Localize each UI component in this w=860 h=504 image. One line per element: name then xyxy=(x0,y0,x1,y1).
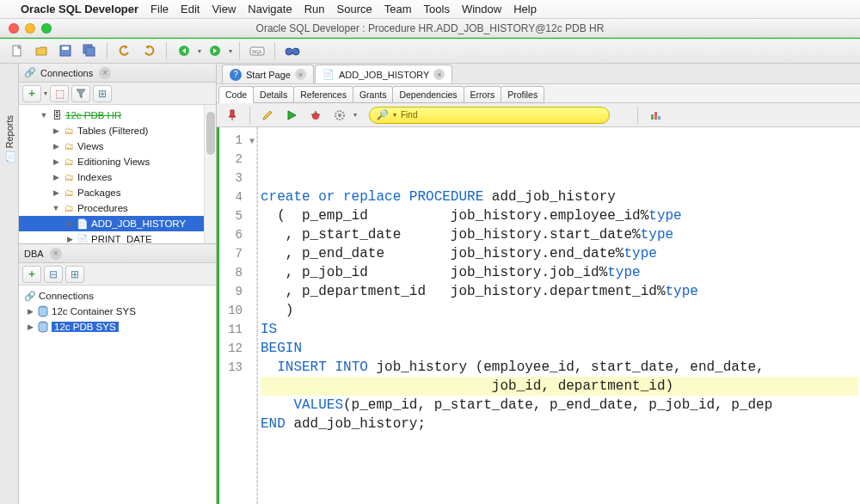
scrollbar[interactable] xyxy=(204,105,216,243)
tree-row[interactable]: ▶📄ADD_JOB_HISTORY xyxy=(19,216,216,231)
subtab-grants[interactable]: Grants xyxy=(353,86,394,103)
menu-help[interactable]: Help xyxy=(513,3,537,15)
code-line[interactable]: END add_job_history; xyxy=(261,415,858,433)
tree-row[interactable]: ▶🗂Indexes xyxy=(19,169,216,185)
close-icon[interactable]: × xyxy=(295,69,306,80)
tree-row[interactable]: ▶🗂Views xyxy=(19,138,216,154)
menu-run[interactable]: Run xyxy=(304,3,325,15)
menu-window[interactable]: Window xyxy=(462,3,501,15)
zoom-window-button[interactable] xyxy=(41,23,52,34)
tree-row[interactable]: ▶📄PRINT_DATE xyxy=(19,231,216,243)
subtab-dependencies[interactable]: Dependencies xyxy=(392,86,464,103)
code-line[interactable]: ( p_emp_id job_history.employee_id%type xyxy=(261,206,858,225)
connections-panel-header[interactable]: 🔗 Connections × xyxy=(19,64,216,83)
pin-icon[interactable] xyxy=(222,106,243,125)
code-line[interactable]: INSERT INTO job_history (employee_id, st… xyxy=(261,358,858,377)
svg-point-15 xyxy=(312,113,319,120)
close-icon[interactable]: × xyxy=(433,69,445,80)
reports-sidebar-tab[interactable]: 📄Reports xyxy=(0,64,19,504)
subtab-details[interactable]: Details xyxy=(253,86,294,103)
collapse-icon[interactable]: ▼ xyxy=(40,111,48,120)
connections-tree[interactable]: ▼ 🗄 12c PDB HR ▶🗂Tables (Filtered)▶🗂View… xyxy=(19,105,216,243)
expand-icon[interactable]: ▶ xyxy=(52,157,60,166)
subtab-profiles[interactable]: Profiles xyxy=(501,86,544,103)
save-all-icon[interactable] xyxy=(79,41,100,60)
code-line[interactable]: ) xyxy=(261,301,858,320)
filter-icon[interactable] xyxy=(71,85,90,102)
tree-row[interactable]: 🔗 Connections xyxy=(19,288,216,304)
dba-panel-header[interactable]: DBA × xyxy=(19,244,216,263)
menu-view[interactable]: View xyxy=(212,3,236,15)
expand-icon[interactable]: ▶ xyxy=(52,126,60,135)
tree-label: 12c Container SYS xyxy=(52,306,136,317)
subtab-code[interactable]: Code xyxy=(218,86,254,103)
redo-icon[interactable] xyxy=(138,41,159,60)
binoculars-icon[interactable] xyxy=(282,41,303,60)
tab-add-job-history[interactable]: 📄 ADD_JOB_HISTORY × xyxy=(315,65,452,83)
new-icon[interactable] xyxy=(7,41,28,60)
code-line[interactable]: job_id, department_id) xyxy=(261,377,858,396)
save-icon[interactable] xyxy=(55,41,76,60)
expand-icon[interactable]: ▶ xyxy=(52,142,60,151)
dba-tree[interactable]: 🔗 Connections ▶12c Container SYS▶12c PDB… xyxy=(19,286,216,504)
tree-row[interactable]: ▼🗂Procedures xyxy=(19,200,216,216)
close-icon[interactable]: × xyxy=(99,67,111,79)
code-line[interactable]: IS xyxy=(261,320,858,339)
expand-icon[interactable]: ▶ xyxy=(65,235,74,243)
code-line[interactable]: BEGIN xyxy=(261,339,858,358)
code-line[interactable]: , p_job_id job_history.job_id%type xyxy=(261,263,858,282)
expand-icon[interactable]: ▶ xyxy=(26,307,34,316)
expand-icon[interactable]: ▶ xyxy=(52,188,60,197)
expand-icon[interactable]: ▶ xyxy=(26,323,34,331)
add-button[interactable]: ＋ xyxy=(22,266,41,283)
line-number: 12 xyxy=(219,339,243,358)
undo-icon[interactable] xyxy=(114,41,135,60)
close-icon[interactable]: × xyxy=(50,248,62,260)
menu-navigate[interactable]: Navigate xyxy=(248,3,292,15)
code-line[interactable]: create or replace PROCEDURE add_job_hist… xyxy=(261,187,858,206)
code-line[interactable]: , p_department_id job_history.department… xyxy=(261,282,858,301)
run-icon[interactable] xyxy=(281,106,302,125)
code-line[interactable]: , p_end_date job_history.end_date%type xyxy=(261,244,858,263)
gear-icon[interactable] xyxy=(329,106,350,125)
menu-source[interactable]: Source xyxy=(337,3,372,15)
subtab-references[interactable]: References xyxy=(293,86,353,103)
minimize-window-button[interactable] xyxy=(25,23,35,34)
tree-row[interactable]: ▶12c Container SYS xyxy=(19,304,216,319)
subtab-errors[interactable]: Errors xyxy=(464,86,502,103)
collapse-icon[interactable]: ▼ xyxy=(52,204,60,212)
toolbar-btn-4[interactable]: ⊞ xyxy=(93,85,112,102)
debug-icon[interactable] xyxy=(305,106,326,125)
fold-icon[interactable]: ▼ xyxy=(249,132,255,151)
dba-btn-3[interactable]: ⊞ xyxy=(65,266,84,283)
tab-start-page[interactable]: ? Start Page × xyxy=(222,65,314,83)
edit-icon[interactable] xyxy=(257,106,278,125)
tree-row-root[interactable]: ▼ 🗄 12c PDB HR xyxy=(19,108,216,123)
close-window-button[interactable] xyxy=(9,23,19,34)
code-line[interactable]: , p_start_date job_history.start_date%ty… xyxy=(261,225,858,244)
code-line[interactable]: VALUES(p_emp_id, p_start_date, p_end_dat… xyxy=(261,396,858,415)
profile-icon[interactable] xyxy=(645,106,666,125)
fwd-nav-icon[interactable] xyxy=(205,41,225,60)
toolbar-btn-2[interactable]: ⬚ xyxy=(50,85,69,102)
code-surface[interactable]: create or replace PROCEDURE add_job_hist… xyxy=(257,127,860,504)
binoculars-icon: 🔎 xyxy=(377,109,389,120)
tree-row[interactable]: ▶🗂Packages xyxy=(19,185,216,200)
menu-edit[interactable]: Edit xyxy=(181,3,200,15)
back-nav-icon[interactable] xyxy=(174,41,194,60)
menu-team[interactable]: Team xyxy=(384,3,412,15)
tree-row[interactable]: ▶🗂Editioning Views xyxy=(19,154,216,169)
open-icon[interactable] xyxy=(31,41,52,60)
dba-btn-2[interactable]: ⊟ xyxy=(44,266,63,283)
expand-icon[interactable]: ▶ xyxy=(65,219,74,228)
code-editor[interactable]: ▼ 12345678910111213 create or replace PR… xyxy=(217,127,860,504)
expand-icon[interactable]: ▶ xyxy=(52,173,60,181)
sql-icon[interactable]: SQL xyxy=(247,41,267,60)
menu-file[interactable]: File xyxy=(150,3,169,15)
menu-tools[interactable]: Tools xyxy=(424,3,450,15)
app-name[interactable]: Oracle SQL Developer xyxy=(21,3,138,15)
find-input[interactable]: 🔎 ▾ Find xyxy=(369,107,610,124)
new-connection-button[interactable]: ＋ xyxy=(22,85,41,102)
tree-row[interactable]: ▶12c PDB SYS xyxy=(19,319,216,335)
tree-row[interactable]: ▶🗂Tables (Filtered) xyxy=(19,123,216,138)
